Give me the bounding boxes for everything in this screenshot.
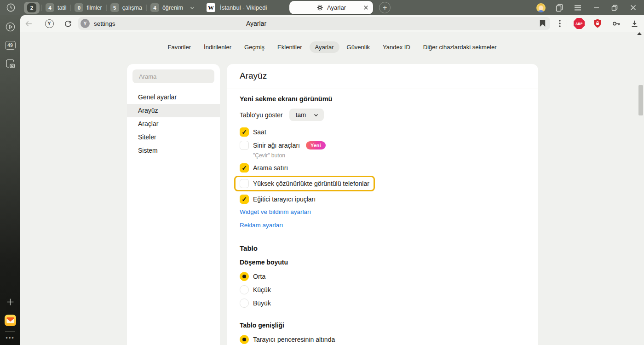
wikipedia-favicon: W xyxy=(207,3,215,12)
settings-menu-item[interactable]: Genel ayarlar xyxy=(127,91,220,104)
scrollbar-thumb[interactable] xyxy=(638,85,643,115)
scrollbar-up-arrow[interactable] xyxy=(637,32,642,35)
radio-button[interactable] xyxy=(240,299,249,308)
radio-row[interactable]: Büyük xyxy=(240,299,525,308)
downloads-icon[interactable] xyxy=(627,17,641,30)
tab-bar: 2 4 tatil 0 filmler 5 çalışma xyxy=(0,0,644,15)
checkbox-list: Saat Sinir ağı araçları Yeni xyxy=(240,127,525,204)
checkbox[interactable] xyxy=(240,141,249,150)
radio-row[interactable]: Orta xyxy=(240,272,525,281)
profile-avatar[interactable] xyxy=(532,1,550,15)
checkbox-subtext: "Çevir" buton xyxy=(253,152,525,159)
table-width-options: Tarayıcı penceresinin altında Küçük xyxy=(240,335,525,345)
new-tab-button[interactable]: + xyxy=(379,2,391,13)
nav-item[interactable]: Eklentiler xyxy=(272,41,307,53)
checkbox-label: Eğitici tarayıcı ipuçları xyxy=(253,196,316,203)
settings-menu-item[interactable]: Sistem xyxy=(127,144,220,157)
checkbox[interactable] xyxy=(240,195,249,204)
refresh-icon[interactable] xyxy=(61,17,75,30)
tab-group[interactable]: 0 filmler xyxy=(70,2,106,14)
checkbox-row[interactable]: Sinir ağı araçları Yeni xyxy=(240,141,326,150)
radio-label: Küçük xyxy=(253,286,271,293)
checkbox-label: Sinir ağı araçları xyxy=(253,142,300,149)
bookmark-icon[interactable] xyxy=(540,20,546,27)
back-icon[interactable] xyxy=(22,17,35,30)
checkbox-row[interactable]: Saat xyxy=(240,127,266,137)
yandex-home-icon[interactable]: Y xyxy=(42,17,56,30)
radio-button[interactable] xyxy=(240,285,249,294)
settings-link[interactable]: Widget ve bildirim ayarları xyxy=(240,208,525,215)
toolbar: Y Y settings Ayarlar ABP xyxy=(20,15,644,32)
nav-item[interactable]: Geçmiş xyxy=(239,41,270,53)
tab-groups-chevron-down-icon[interactable] xyxy=(189,5,196,11)
checkbox[interactable] xyxy=(240,163,249,172)
tab-group[interactable]: 2 xyxy=(24,2,40,14)
checkbox-label: Saat xyxy=(253,128,266,136)
screenshot-icon[interactable] xyxy=(3,57,17,70)
checkbox-item: Eğitici tarayıcı ipuçları xyxy=(240,195,525,204)
new-tab-appearance-section: Yeni sekme ekranı görünümü Tablo'yu göst… xyxy=(227,88,538,345)
tab-group-count: 4 xyxy=(150,3,159,12)
browser-window: 2 4 tatil 0 filmler 5 çalışma xyxy=(0,0,644,345)
checkbox-row[interactable]: Arama satırı xyxy=(240,163,288,172)
checkbox-row[interactable]: Eğitici tarayıcı ipuçları xyxy=(240,195,316,204)
nav-item[interactable]: Ayarlar xyxy=(310,41,339,53)
nav-item[interactable]: Yandex ID xyxy=(377,41,416,53)
nav-item[interactable]: Diğer cihazlardaki sekmeler xyxy=(418,41,502,53)
settings-menu-item[interactable]: Arayüz xyxy=(127,104,220,117)
maximize-icon[interactable] xyxy=(605,1,624,15)
add-widget-icon[interactable] xyxy=(3,295,17,309)
checkbox-label: Arama satırı xyxy=(253,164,288,172)
tab-group[interactable]: 4 tatil xyxy=(41,2,70,14)
password-key-icon[interactable] xyxy=(609,17,623,30)
checkbox[interactable] xyxy=(240,179,249,188)
side-rail: 49 ••• xyxy=(0,15,20,345)
chevron-down-icon xyxy=(313,112,319,118)
tab-groups: 2 4 tatil 0 filmler 5 çalışma xyxy=(22,0,187,15)
history-icon[interactable] xyxy=(4,1,17,15)
tab-group[interactable]: 4 öğrenim xyxy=(146,2,187,14)
checkbox-item: Saat xyxy=(240,127,525,137)
menu-icon[interactable] xyxy=(569,1,587,15)
settings-menu-item[interactable]: Siteler xyxy=(127,131,220,144)
protect-shield-icon[interactable] xyxy=(591,17,604,30)
close-icon[interactable] xyxy=(624,1,642,15)
radio-button[interactable] xyxy=(240,335,249,344)
adblock-extension-icon[interactable]: ABP xyxy=(572,17,586,30)
nav-item[interactable]: Güvenlik xyxy=(341,41,376,53)
radio-row[interactable]: Tarayıcı penceresinin altında xyxy=(240,335,525,344)
tab-group-label: çalışma xyxy=(122,5,142,11)
radio-row[interactable]: Küçük xyxy=(240,285,525,294)
toolbar-page-title: Ayarlar xyxy=(246,15,266,32)
tab-panels-icon[interactable] xyxy=(550,1,569,15)
checkbox[interactable] xyxy=(240,127,249,137)
checkbox-row[interactable]: Yüksek çözünürlükte görüntülü telefonlar xyxy=(234,176,375,191)
video-play-icon[interactable] xyxy=(3,20,17,34)
yandex-mail-icon[interactable] xyxy=(3,313,17,327)
radio-label: Tarayıcı penceresinin altında xyxy=(253,336,335,343)
section-heading: Tablo xyxy=(240,244,525,252)
tab-wikipedia[interactable]: W İstanbul - Vikipedi xyxy=(207,0,284,15)
show-table-row: Tablo'yu göster tam xyxy=(240,109,525,121)
more-menu-icon[interactable] xyxy=(553,17,567,30)
nav-item[interactable]: Favoriler xyxy=(162,41,196,53)
minimize-icon[interactable] xyxy=(587,1,605,15)
radio-label: Orta xyxy=(253,273,265,280)
tab-group[interactable]: 5 çalışma xyxy=(106,2,146,14)
gear-icon xyxy=(316,4,323,11)
show-table-select[interactable]: tam xyxy=(289,109,324,121)
address-bar[interactable]: Y settings xyxy=(78,17,550,30)
tab-settings-active[interactable]: Ayarlar xyxy=(289,1,373,14)
nav-item[interactable]: İndirilenler xyxy=(198,41,237,53)
tile-size-heading: Döşeme boyutu xyxy=(240,259,525,266)
tab-group-label: filmler xyxy=(86,5,102,11)
tab-close-icon[interactable] xyxy=(362,3,370,12)
settings-search-input[interactable] xyxy=(132,69,214,83)
select-value: tam xyxy=(296,111,306,118)
more-options-icon[interactable]: ••• xyxy=(6,334,15,341)
settings-menu-item[interactable]: Araçlar xyxy=(127,117,220,131)
radio-button[interactable] xyxy=(240,272,249,281)
tabs-count-badge[interactable]: 49 xyxy=(3,38,17,52)
tab-group-count: 2 xyxy=(27,3,36,12)
settings-link[interactable]: Reklam ayarları xyxy=(240,222,525,229)
